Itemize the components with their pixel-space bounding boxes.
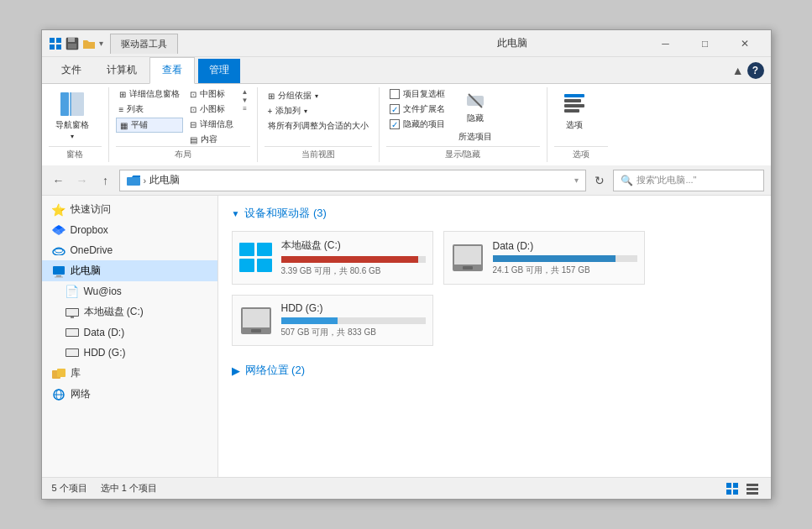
- drive-d-bar: [493, 255, 616, 262]
- address-bar[interactable]: › 此电脑 ▾: [119, 170, 586, 191]
- dropbox-icon: [52, 223, 65, 237]
- scroll-down-btn[interactable]: ▼: [240, 96, 250, 104]
- drive-c-stats: 3.39 GB 可用，共 80.6 GB: [281, 265, 426, 277]
- options-svg: [561, 91, 588, 118]
- checkbox-item-selector-box: [390, 89, 400, 99]
- library-icon: [52, 367, 65, 380]
- tab-manage[interactable]: 管理: [198, 59, 240, 83]
- sidebar-item-onedrive[interactable]: OneDrive: [42, 240, 217, 260]
- options-group-label: 选项: [554, 146, 608, 162]
- data-d-icon: [65, 326, 79, 339]
- quickaccess-label: 快速访问: [71, 202, 111, 217]
- drive-c-svg: [65, 306, 79, 318]
- svg-rect-39: [257, 243, 272, 256]
- minimize-button[interactable]: ─: [647, 32, 685, 55]
- quick-access-arrow[interactable]: ▾: [99, 39, 103, 48]
- sidebar-item-quickaccess[interactable]: ⭐ 快速访问: [42, 199, 217, 220]
- add-col-btn[interactable]: + 添加列 ▾: [265, 104, 312, 118]
- nav-pane-button[interactable]: 导航窗格 ▾: [49, 87, 96, 144]
- network-section-header[interactable]: ▶ 网络位置 (2): [232, 363, 757, 378]
- content-icon: ▤: [190, 135, 197, 144]
- drive-card-c[interactable]: 本地磁盘 (C:) 3.39 GB 可用，共 80.6 GB: [232, 231, 433, 285]
- selected-count: 选中 1 个项目: [101, 482, 157, 495]
- detail-pane-btn[interactable]: ⊞ 详细信息窗格: [116, 87, 183, 101]
- svg-rect-51: [733, 490, 738, 495]
- drive-card-g[interactable]: HDD (G:) 507 GB 可用，共 833 GB: [232, 295, 433, 346]
- scroll-up-btn[interactable]: ▲: [240, 87, 250, 96]
- up-button[interactable]: ↑: [96, 170, 116, 191]
- ribbon-collapse-btn[interactable]: ▲: [732, 64, 744, 77]
- sidebar-item-network[interactable]: 网络: [42, 384, 217, 405]
- svg-rect-16: [127, 177, 140, 186]
- checkbox-hidden[interactable]: 隐藏的项目: [386, 118, 448, 131]
- sidebar-item-thispc[interactable]: 此电脑: [42, 260, 217, 281]
- floppy-icon: [65, 37, 79, 50]
- drive-c-info: 本地磁盘 (C:) 3.39 GB 可用，共 80.6 GB: [281, 238, 426, 277]
- svg-rect-32: [66, 349, 78, 356]
- checkbox-extension[interactable]: 文件扩展名: [386, 102, 448, 116]
- hide-button[interactable]: 隐藏: [458, 87, 492, 128]
- tab-view[interactable]: 查看: [149, 57, 195, 84]
- devices-section-header[interactable]: ▼ 设备和驱动器 (3): [232, 206, 757, 221]
- svg-rect-48: [726, 483, 731, 488]
- main-area: ⭐ 快速访问 Dropbox: [42, 196, 771, 477]
- drive-g-name: HDD (G:): [281, 302, 426, 314]
- checkbox-item-selector[interactable]: 项目复选框: [386, 87, 448, 101]
- group-by-btn[interactable]: ⊞ 分组依据 ▾: [265, 89, 322, 102]
- maximize-button[interactable]: □: [686, 32, 725, 55]
- dropbox-label: Dropbox: [71, 224, 108, 236]
- tab-computer[interactable]: 计算机: [94, 57, 149, 83]
- svg-rect-53: [747, 488, 758, 490]
- drive-card-d[interactable]: Data (D:) 24.1 GB 可用，共 157 GB: [443, 231, 645, 285]
- medium-icon-btn[interactable]: ⊡ 中图标: [186, 87, 237, 101]
- forward-button[interactable]: →: [72, 170, 92, 191]
- sidebar-item-data-d[interactable]: Data (D:): [42, 322, 217, 343]
- svg-rect-28: [71, 317, 74, 318]
- options-icon: [561, 91, 588, 118]
- drive-d-svg: [65, 327, 79, 338]
- search-bar[interactable]: 🔍 搜索"此电脑...": [613, 170, 764, 191]
- local-c-label: 本地磁盘 (C:): [84, 305, 144, 319]
- ribbon-group-view: ⊞ 分组依据 ▾ + 添加列 ▾ 将所有列调整为合适的大小 当前视图: [258, 87, 380, 162]
- sidebar-item-wuios[interactable]: 📄 Wu@ios: [42, 281, 217, 301]
- svg-rect-25: [55, 276, 63, 277]
- help-button[interactable]: ?: [747, 62, 764, 79]
- drive-d-stats: 24.1 GB 可用，共 157 GB: [493, 264, 637, 276]
- network-chevron: ▶: [232, 364, 240, 377]
- drives-grid: 本地磁盘 (C:) 3.39 GB 可用，共 80.6 GB: [232, 231, 757, 346]
- wuios-label: Wu@ios: [84, 285, 122, 297]
- tile-btn[interactable]: ▦ 平铺: [116, 118, 183, 133]
- close-button[interactable]: ✕: [726, 32, 764, 55]
- drive-g-bar-container: [281, 317, 426, 324]
- address-path: 此电脑: [149, 173, 180, 187]
- checkbox-hidden-label: 隐藏的项目: [403, 118, 445, 130]
- statusbar-list-view-btn[interactable]: [744, 480, 761, 497]
- drive-c-svg: [239, 243, 273, 273]
- add-col-arrow: ▾: [304, 107, 307, 115]
- sidebar-item-dropbox[interactable]: Dropbox: [42, 220, 217, 240]
- tab-file[interactable]: 文件: [49, 57, 94, 83]
- add-col-label: 添加列: [275, 105, 301, 117]
- fit-cols-btn[interactable]: 将所有列调整为合适的大小: [265, 119, 372, 133]
- quickaccess-icon: ⭐: [52, 203, 65, 217]
- sidebar-item-library[interactable]: 库: [42, 363, 217, 384]
- statusbar-grid-view-btn[interactable]: [724, 480, 741, 497]
- svg-rect-43: [454, 246, 481, 264]
- sidebar-item-local-c[interactable]: 本地磁盘 (C:): [42, 301, 217, 322]
- address-dropdown-arrow[interactable]: ▾: [574, 175, 579, 185]
- drive-g-bar: [281, 317, 338, 324]
- main-window: ▾ 驱动器工具 此电脑 ─ □ ✕ 文件 计算机 查看 管理 ▲ ?: [41, 29, 772, 500]
- sidebar-item-hdd-g[interactable]: HDD (G:): [42, 343, 217, 363]
- drive-d-icon: [451, 241, 485, 275]
- hide-icon: [465, 91, 485, 111]
- checkbox-col: 项目复选框 文件扩展名 隐藏的项目: [386, 87, 448, 131]
- content-btn[interactable]: ▤ 内容: [186, 133, 237, 146]
- scroll-more-btn[interactable]: ≡: [240, 104, 250, 113]
- detail-view-btn[interactable]: ⊟ 详细信息: [186, 118, 237, 131]
- options-button[interactable]: 选项: [554, 87, 595, 134]
- medium-icon: ⊡: [190, 90, 196, 99]
- list-btn[interactable]: ≡ 列表: [116, 102, 183, 116]
- back-button[interactable]: ←: [49, 170, 69, 191]
- refresh-button[interactable]: ↻: [589, 170, 610, 191]
- small-icon-btn[interactable]: ⊡ 小图标: [186, 102, 237, 116]
